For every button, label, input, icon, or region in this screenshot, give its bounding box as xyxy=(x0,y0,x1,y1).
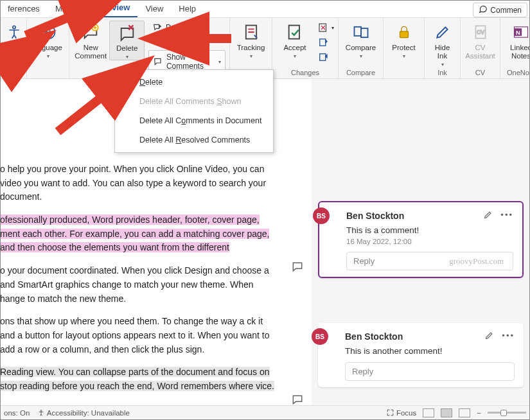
delete-dropdown-menu: Delete Delete All Comments Shown Delete … xyxy=(114,69,274,153)
body-text-highlight-gray: Reading view. You can collapse parts of … xyxy=(0,365,278,393)
comment-timestamp: 16 May 2022, 12:00 xyxy=(346,238,513,245)
avatar: BS xyxy=(313,207,330,224)
tab-view[interactable]: View xyxy=(137,1,171,17)
comment-marker-icon[interactable] xyxy=(291,260,304,273)
read-mode-view-icon[interactable] xyxy=(423,408,434,417)
comments-pane: BS Ben Stockton ••• This is a comment! 1… xyxy=(312,79,530,406)
more-icon[interactable]: ••• xyxy=(502,331,515,342)
accessibility-check-button[interactable]: ity ▾ xyxy=(4,21,24,59)
accept-icon xyxy=(285,22,305,42)
previous-comment-button[interactable]: Previous xyxy=(148,21,225,35)
prev-change-icon[interactable] xyxy=(316,35,330,49)
more-icon[interactable]: ••• xyxy=(500,210,513,222)
svg-rect-8 xyxy=(354,27,361,36)
reject-icon[interactable] xyxy=(316,21,330,35)
menu-delete[interactable]: Delete xyxy=(115,73,273,92)
speech-bubble-icon xyxy=(479,4,488,15)
previous-icon xyxy=(152,22,163,33)
comments-toggle-label: Commen xyxy=(490,6,522,15)
reply-input[interactable]: Reply xyxy=(345,362,515,381)
reply-input[interactable]: Reply groovyPost.com xyxy=(346,252,513,270)
body-text-highlight-pink: ofessionally produced, Word provides hea… xyxy=(0,213,278,255)
svg-rect-7 xyxy=(320,54,326,61)
tab-references[interactable]: ferences xyxy=(0,1,48,17)
next-icon xyxy=(152,37,163,48)
svg-text:CV: CV xyxy=(476,29,484,35)
new-comment-button[interactable]: New Comment xyxy=(73,21,108,60)
comment-gutter xyxy=(283,79,312,406)
compare-icon xyxy=(351,22,371,42)
tab-mailings[interactable]: Mailings xyxy=(48,1,94,17)
tab-help[interactable]: Help xyxy=(171,1,204,17)
body-text: o your document coordinated. When you cl… xyxy=(0,264,278,306)
comment-body: This is another comment! xyxy=(345,346,515,356)
watermark: groovyPost.com xyxy=(449,256,504,267)
print-layout-view-icon[interactable] xyxy=(441,408,452,417)
language-button[interactable]: anguage ▾ xyxy=(31,21,65,59)
show-comments-icon xyxy=(153,57,163,67)
lock-icon xyxy=(394,22,414,42)
tracking-button[interactable]: Tracking ▾ xyxy=(234,21,268,59)
delete-comment-button[interactable]: Delete ▾ xyxy=(109,21,145,60)
comments-toggle-button[interactable]: Commen xyxy=(473,3,527,17)
group-label-onenote: OneNote xyxy=(504,67,530,78)
svg-point-0 xyxy=(13,26,15,28)
hide-ink-button[interactable]: Hide Ink ▾ xyxy=(428,21,456,67)
next-comment-button[interactable]: Next xyxy=(148,35,225,49)
web-layout-view-icon[interactable] xyxy=(459,408,470,417)
accept-button[interactable]: Accept ▾ xyxy=(276,21,314,59)
compare-button[interactable]: Compare ▾ xyxy=(342,21,379,59)
focus-mode-button[interactable]: Focus xyxy=(386,408,417,417)
delete-comment-icon xyxy=(117,22,137,43)
tab-review[interactable]: Review xyxy=(94,0,138,17)
menu-delete-all-in-document[interactable]: Delete All Comments in Document xyxy=(115,111,273,130)
svg-rect-10 xyxy=(400,31,408,38)
svg-point-16 xyxy=(40,410,42,411)
comment-marker-icon[interactable] xyxy=(291,393,304,406)
delete-comment-icon xyxy=(123,77,133,87)
next-change-icon[interactable] xyxy=(316,50,330,64)
linked-notes-button[interactable]: N Linked Notes xyxy=(504,21,530,60)
menu-delete-all-resolved[interactable]: Delete All Resolved Comments xyxy=(115,130,273,150)
zoom-slider[interactable] xyxy=(488,412,526,414)
tracking-icon xyxy=(241,22,261,42)
body-text: o help you prove your point. When you cl… xyxy=(0,162,278,204)
menu-delete-all-shown: Delete All Comments Shown xyxy=(115,92,273,111)
edit-icon[interactable] xyxy=(483,210,493,222)
svg-rect-6 xyxy=(320,39,326,46)
svg-text:N: N xyxy=(516,30,520,36)
group-label-ink: Ink xyxy=(428,67,456,78)
comment-author: Ben Stockton xyxy=(346,211,404,221)
protect-button[interactable]: Protect ▾ xyxy=(387,21,420,59)
comment-author: Ben Stockton xyxy=(345,331,403,342)
cv-assistant-button: CV CV Assistant xyxy=(464,21,496,60)
onenote-icon: N xyxy=(511,22,530,42)
globe-icon xyxy=(38,22,58,42)
body-text: ons that show up where you need them. To… xyxy=(0,315,278,356)
comment-body: This is a comment! xyxy=(346,225,513,235)
pen-icon xyxy=(432,22,453,42)
comment-card[interactable]: BS Ben Stockton ••• This is another comm… xyxy=(318,323,524,387)
accessibility-icon xyxy=(4,22,24,42)
status-left: ons: On xyxy=(4,409,30,417)
status-bar: ons: On Accessibility: Unavailable Focus… xyxy=(0,405,530,419)
group-label-compare: Compare xyxy=(342,67,379,78)
group-label-cv: CV xyxy=(464,67,496,78)
avatar: BS xyxy=(312,328,328,345)
cv-icon: CV xyxy=(470,22,491,42)
new-comment-icon xyxy=(80,22,101,42)
svg-rect-9 xyxy=(361,28,368,37)
group-label-changes: Changes xyxy=(276,67,334,78)
comment-card[interactable]: BS Ben Stockton ••• This is a comment! 1… xyxy=(318,201,524,278)
chevron-down-icon: ▾ xyxy=(218,59,221,65)
svg-rect-4 xyxy=(289,26,299,39)
zoom-out-icon[interactable]: − xyxy=(477,409,481,417)
edit-icon[interactable] xyxy=(484,331,494,342)
accessibility-status[interactable]: Accessibility: Unavailable xyxy=(37,409,130,417)
tab-strip: ferences Mailings Review View Help Comme… xyxy=(0,0,530,18)
